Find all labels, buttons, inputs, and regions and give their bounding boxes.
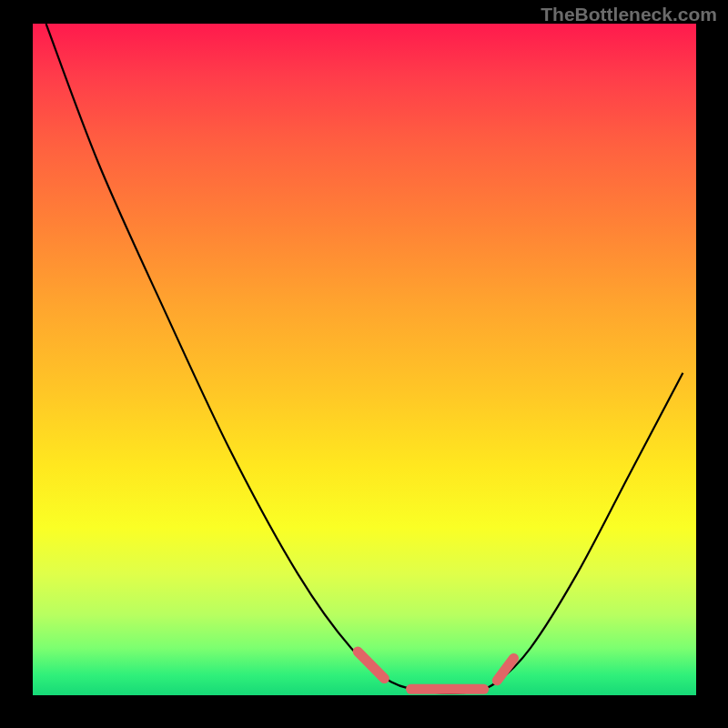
plot-background	[33, 24, 696, 696]
watermark: TheBottleneck.com	[541, 4, 717, 25]
chart-container: TheBottleneck.com	[0, 0, 728, 728]
